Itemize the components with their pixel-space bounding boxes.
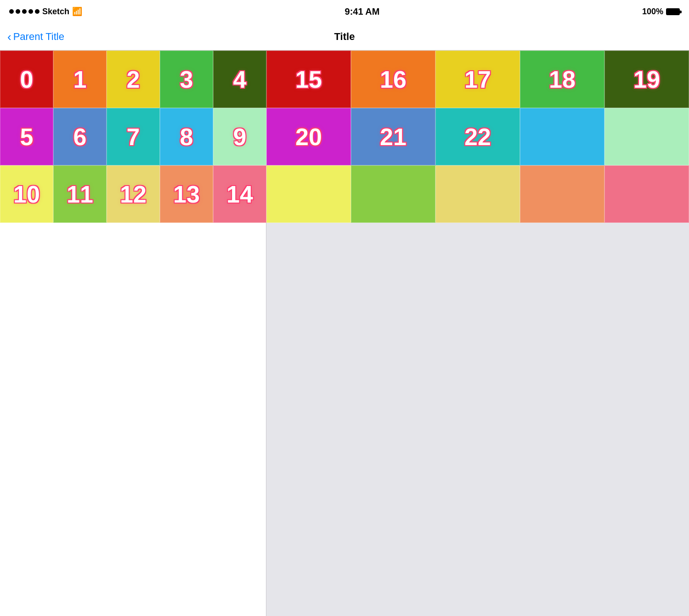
status-right: 100% — [642, 7, 680, 17]
cell-number-right-7: 22 — [464, 123, 491, 151]
left-color-grid: 01234567891011121314 — [0, 51, 266, 223]
status-bar: Sketch 📶 9:41 AM 100% — [0, 0, 689, 23]
cell-number-right-1: 16 — [380, 66, 407, 93]
cell-number-9: 9 — [233, 123, 247, 151]
left-cell-13[interactable]: 13 — [160, 165, 213, 223]
left-empty-area — [0, 223, 266, 616]
right-cell-3[interactable]: 18 — [520, 51, 604, 108]
right-cell-13[interactable] — [520, 165, 604, 223]
left-cell-10[interactable]: 10 — [0, 165, 53, 223]
cell-number-right-0: 15 — [295, 66, 322, 93]
cell-number-5: 5 — [20, 123, 34, 151]
cell-number-0: 0 — [20, 66, 34, 93]
right-color-grid: 1516171819202122 — [266, 51, 689, 223]
left-cell-1[interactable]: 1 — [53, 51, 107, 108]
left-cell-12[interactable]: 12 — [107, 165, 160, 223]
right-cell-8[interactable] — [520, 108, 604, 165]
cell-number-1: 1 — [73, 66, 87, 93]
left-cell-8[interactable]: 8 — [160, 108, 213, 165]
cell-number-13: 13 — [173, 181, 200, 208]
cell-number-right-6: 21 — [380, 123, 407, 151]
right-cell-4[interactable]: 19 — [604, 51, 689, 108]
left-cell-6[interactable]: 6 — [53, 108, 107, 165]
left-cell-3[interactable]: 3 — [160, 51, 213, 108]
cell-number-6: 6 — [73, 123, 87, 151]
nav-title: Title — [334, 31, 355, 43]
back-button[interactable]: ‹ Parent Title — [7, 31, 64, 43]
cell-number-right-5: 20 — [295, 123, 322, 151]
right-cell-1[interactable]: 16 — [351, 51, 435, 108]
cell-number-11: 11 — [67, 181, 93, 208]
cell-number-right-3: 18 — [549, 66, 576, 93]
left-cell-14[interactable]: 14 — [213, 165, 266, 223]
left-cell-2[interactable]: 2 — [107, 51, 160, 108]
left-panel: 01234567891011121314 — [0, 51, 266, 616]
wifi-icon: 📶 — [72, 6, 82, 17]
status-left: Sketch 📶 — [9, 6, 82, 17]
cell-number-3: 3 — [180, 66, 193, 93]
right-cell-6[interactable]: 21 — [351, 108, 435, 165]
cell-number-12: 12 — [120, 181, 147, 208]
nav-bar: ‹ Parent Title Title — [0, 23, 689, 51]
right-cell-14[interactable] — [604, 165, 689, 223]
left-cell-5[interactable]: 5 — [0, 108, 53, 165]
left-cell-11[interactable]: 11 — [53, 165, 107, 223]
right-panel: 1516171819202122 — [266, 51, 689, 616]
right-cell-7[interactable]: 22 — [435, 108, 520, 165]
left-cell-0[interactable]: 0 — [0, 51, 53, 108]
right-cell-2[interactable]: 17 — [435, 51, 520, 108]
battery-percent: 100% — [642, 7, 663, 17]
cell-number-7: 7 — [127, 123, 140, 151]
cell-number-8: 8 — [180, 123, 193, 151]
cell-number-14: 14 — [226, 181, 253, 208]
carrier-label: Sketch — [42, 7, 69, 17]
cell-number-10: 10 — [13, 181, 40, 208]
signal-dots — [9, 9, 40, 14]
right-cell-5[interactable]: 20 — [266, 108, 351, 165]
cell-number-2: 2 — [127, 66, 140, 93]
back-chevron-icon: ‹ — [7, 31, 11, 43]
right-cell-9[interactable] — [604, 108, 689, 165]
cell-number-right-2: 17 — [464, 66, 491, 93]
cell-number-right-4: 19 — [633, 66, 660, 93]
right-cell-11[interactable] — [351, 165, 435, 223]
left-cell-9[interactable]: 9 — [213, 108, 266, 165]
main-container: 01234567891011121314 1516171819202122 — [0, 51, 689, 616]
right-empty-area — [266, 223, 689, 616]
status-time: 9:41 AM — [345, 6, 380, 17]
cell-number-4: 4 — [233, 66, 247, 93]
left-cell-4[interactable]: 4 — [213, 51, 266, 108]
right-cell-0[interactable]: 15 — [266, 51, 351, 108]
battery-icon — [666, 8, 680, 15]
right-cell-12[interactable] — [435, 165, 520, 223]
back-label: Parent Title — [13, 31, 64, 43]
left-cell-7[interactable]: 7 — [107, 108, 160, 165]
right-cell-10[interactable] — [266, 165, 351, 223]
